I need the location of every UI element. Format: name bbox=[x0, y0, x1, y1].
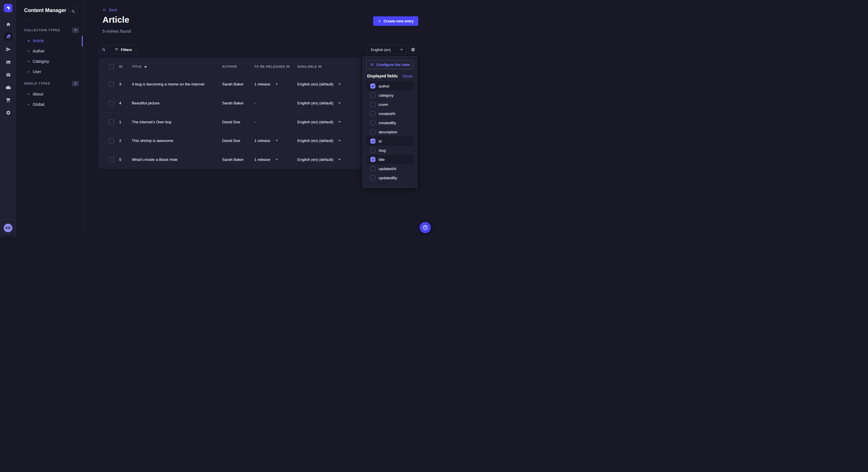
column-header-id[interactable]: ID bbox=[118, 65, 130, 68]
nav-content-manager[interactable] bbox=[4, 32, 12, 41]
gear-icon bbox=[6, 110, 11, 115]
field-toggle-slug[interactable]: slug bbox=[366, 146, 413, 155]
select-all-checkbox[interactable] bbox=[109, 64, 114, 69]
locale-chevron-icon[interactable] bbox=[338, 83, 341, 85]
row-checkbox[interactable] bbox=[109, 138, 114, 143]
sidebar-item-label: Author bbox=[33, 49, 44, 53]
unchecked-checkbox[interactable] bbox=[370, 111, 375, 116]
locale-chevron-icon[interactable] bbox=[338, 159, 341, 160]
table-row[interactable]: 5 What's inside a Black Hole Sarah Baker… bbox=[99, 150, 361, 169]
help-button[interactable] bbox=[420, 222, 431, 233]
release-chevron-icon[interactable] bbox=[276, 159, 278, 160]
nav-content-type-builder[interactable] bbox=[4, 70, 12, 79]
column-header-author[interactable]: AUTHOR bbox=[221, 65, 253, 68]
field-label: title bbox=[379, 158, 384, 162]
cell-locale: English (en) (default) bbox=[294, 120, 361, 124]
strapi-logo[interactable] bbox=[4, 4, 12, 12]
chevron-down-icon bbox=[400, 49, 403, 50]
reset-link[interactable]: Reset bbox=[403, 74, 412, 78]
nav-settings[interactable] bbox=[4, 108, 12, 117]
create-new-entry-label: Create new entry bbox=[383, 19, 414, 23]
arrow-left-icon bbox=[102, 8, 107, 12]
table-row[interactable]: 1 The internet's Own boy David Doe - Eng… bbox=[99, 112, 361, 131]
sidebar-item-user[interactable]: User bbox=[17, 67, 82, 77]
field-toggle-category[interactable]: category bbox=[366, 91, 413, 100]
cell-release: 1 release bbox=[253, 82, 294, 86]
field-toggle-cover[interactable]: cover bbox=[366, 100, 413, 109]
unchecked-checkbox[interactable] bbox=[370, 120, 375, 125]
table-row[interactable]: 3 A bug is becoming a meme on the intern… bbox=[99, 75, 361, 94]
configure-the-view-button[interactable]: Configure the view bbox=[366, 60, 413, 69]
field-label: slug bbox=[379, 148, 386, 153]
locale-chevron-icon[interactable] bbox=[338, 121, 341, 123]
table-row[interactable]: 4 Beautiful picture Sarah Baker - Englis… bbox=[99, 94, 361, 113]
check-icon bbox=[371, 84, 375, 88]
column-header-title[interactable]: TITLE bbox=[130, 65, 221, 68]
cell-locale: English (en) (default) bbox=[294, 82, 361, 86]
locale-chevron-icon[interactable] bbox=[338, 140, 341, 141]
field-toggle-createdAt[interactable]: createdAt bbox=[366, 109, 413, 118]
section-label: COLLECTION TYPES bbox=[24, 28, 60, 32]
nav-home[interactable] bbox=[4, 20, 12, 29]
unchecked-checkbox[interactable] bbox=[370, 148, 375, 153]
checked-checkbox[interactable] bbox=[370, 157, 375, 162]
sidebar-item-global[interactable]: Global bbox=[17, 99, 82, 109]
column-header-release[interactable]: TO BE RELEASED IN bbox=[253, 65, 294, 68]
sidebar-item-about[interactable]: About bbox=[17, 89, 82, 99]
field-toggle-title[interactable]: title bbox=[366, 155, 413, 164]
subnav-search-button[interactable] bbox=[69, 7, 78, 16]
filters-button[interactable]: Filters bbox=[110, 45, 136, 54]
field-toggle-createdBy[interactable]: createdBy bbox=[366, 118, 413, 127]
sort-asc-icon[interactable] bbox=[144, 66, 147, 67]
field-label: description bbox=[379, 130, 397, 134]
field-toggle-updatedBy[interactable]: updatedBy bbox=[366, 173, 413, 182]
row-checkbox[interactable] bbox=[109, 82, 114, 87]
column-header-locale[interactable]: AVAILABLE IN bbox=[294, 65, 361, 68]
checked-checkbox[interactable] bbox=[370, 83, 375, 89]
back-link[interactable]: Back bbox=[102, 8, 117, 12]
view-settings-button[interactable] bbox=[408, 45, 417, 54]
filters-label: Filters bbox=[121, 47, 132, 52]
locale-select[interactable]: English (en) bbox=[367, 45, 406, 54]
field-toggle-id[interactable]: id bbox=[366, 136, 413, 146]
release-chevron-icon[interactable] bbox=[276, 83, 278, 85]
unchecked-checkbox[interactable] bbox=[370, 166, 375, 171]
unchecked-checkbox[interactable] bbox=[370, 129, 375, 134]
field-toggle-author[interactable]: author bbox=[366, 81, 413, 91]
locale-chevron-icon[interactable] bbox=[338, 102, 341, 104]
create-new-entry-button[interactable]: Create new entry bbox=[373, 16, 418, 26]
row-checkbox[interactable] bbox=[109, 157, 114, 162]
avatar[interactable]: KD bbox=[4, 224, 12, 232]
sidebar-item-label: Article bbox=[33, 38, 44, 43]
table-row[interactable]: 2 This shrimp is awesome David Doe 1 rel… bbox=[99, 131, 361, 150]
release-chevron-icon[interactable] bbox=[276, 140, 278, 141]
cell-author: Sarah Baker bbox=[221, 158, 253, 162]
unchecked-checkbox[interactable] bbox=[370, 93, 375, 98]
cell-id: 5 bbox=[118, 158, 130, 162]
nav-media-library[interactable] bbox=[4, 58, 12, 67]
row-checkbox[interactable] bbox=[109, 101, 114, 106]
nav-releases[interactable] bbox=[4, 45, 12, 54]
row-checkbox[interactable] bbox=[109, 119, 114, 125]
field-label: updatedBy bbox=[379, 176, 397, 180]
question-circle-icon bbox=[422, 225, 428, 231]
nav-deploy[interactable] bbox=[4, 83, 12, 92]
sidebar-item-category[interactable]: Category bbox=[17, 56, 82, 67]
sidebar-item-article[interactable]: Article bbox=[17, 36, 82, 46]
sidebar-item-label: User bbox=[33, 69, 41, 74]
cell-title: Beautiful picture bbox=[130, 101, 221, 105]
field-toggle-updatedAt[interactable]: updatedAt bbox=[366, 164, 413, 173]
cart-icon bbox=[6, 98, 11, 103]
checked-checkbox[interactable] bbox=[370, 138, 375, 144]
subnav-scrollbar-thumb[interactable] bbox=[82, 36, 83, 46]
cell-id: 2 bbox=[118, 138, 130, 143]
unchecked-checkbox[interactable] bbox=[370, 175, 375, 180]
bullet-icon bbox=[28, 71, 29, 72]
field-toggle-description[interactable]: description bbox=[366, 127, 413, 136]
cell-id: 1 bbox=[118, 120, 130, 124]
nav-marketplace[interactable] bbox=[4, 96, 12, 104]
sidebar-item-author[interactable]: Author bbox=[17, 46, 82, 56]
cell-locale: English (en) (default) bbox=[294, 138, 361, 143]
unchecked-checkbox[interactable] bbox=[370, 102, 375, 107]
table-search-button[interactable] bbox=[99, 45, 108, 54]
